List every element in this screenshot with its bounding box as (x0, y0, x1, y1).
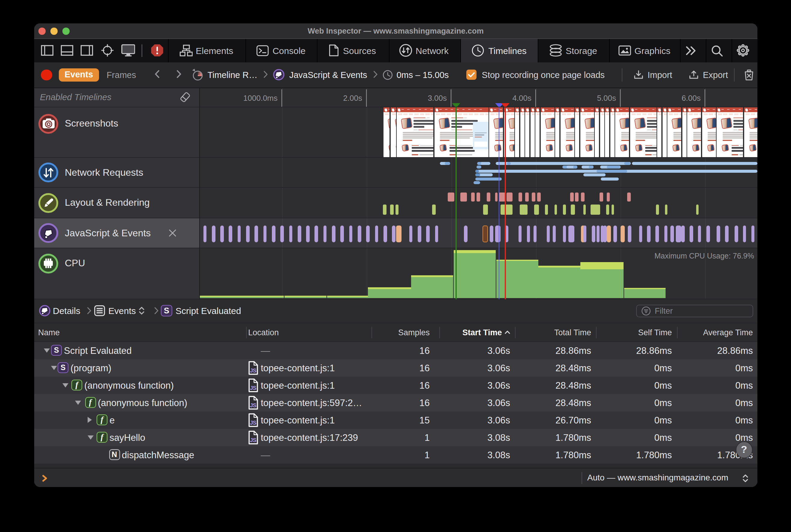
svg-text:JS: JS (250, 419, 256, 425)
svg-text:JS: JS (250, 402, 256, 408)
svg-text:JS: JS (250, 367, 256, 373)
svg-text:JS: JS (250, 384, 256, 391)
svg-text:JS: JS (250, 437, 256, 443)
